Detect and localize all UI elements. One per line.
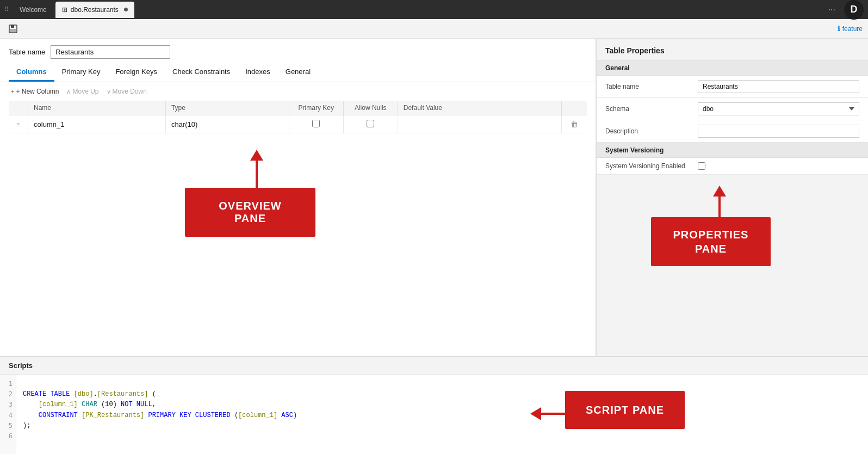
line-num-4: 4 xyxy=(3,410,13,421)
move-up-label: Move Up xyxy=(72,88,98,95)
props-table-name-label: Table name xyxy=(605,83,692,90)
line-num-2: 2 xyxy=(3,389,13,400)
table-name-label: Table name xyxy=(9,48,45,56)
overview-arrow-head xyxy=(250,150,263,161)
tab-general[interactable]: General xyxy=(278,63,318,82)
col-header-primary-key: Primary Key xyxy=(289,101,343,115)
row-type-cell[interactable]: char(10) xyxy=(165,115,289,133)
save-button[interactable] xyxy=(5,21,21,36)
properties-annotation-box: PROPERTIES PANE xyxy=(651,217,771,266)
line-num-3: 3 xyxy=(3,400,13,410)
props-table-name-input[interactable] xyxy=(698,80,859,93)
table-name-input[interactable] xyxy=(51,45,170,59)
col-header-name: Name xyxy=(28,101,166,115)
toolbar-row: ℹ feature xyxy=(0,19,868,39)
props-schema-label: Schema xyxy=(605,105,692,113)
overview-annotation-area: OVERVIEW PANE xyxy=(0,133,596,356)
properties-annotation-label: PROPERTIES PANE xyxy=(673,228,749,256)
row-default-value-cell[interactable] xyxy=(398,115,561,133)
user-avatar[interactable]: D xyxy=(844,0,864,20)
svg-rect-1 xyxy=(11,25,14,28)
chevron-up-icon: ∧ xyxy=(66,88,71,95)
col-header-allow-nulls: Allow Nulls xyxy=(343,101,398,115)
row-drag-handle[interactable]: ≡ xyxy=(14,121,22,128)
move-up-button[interactable]: ∧ Move Up xyxy=(64,87,101,96)
col-header-actions xyxy=(562,101,587,115)
delete-row-button[interactable]: 🗑 xyxy=(567,119,581,130)
tab-primary-key[interactable]: Primary Key xyxy=(54,63,108,82)
overview-pane: Table name Columns Primary Key Foreign K… xyxy=(0,39,596,356)
props-description-label: Description xyxy=(605,127,692,135)
tab-foreign-keys[interactable]: Foreign Keys xyxy=(108,63,165,82)
row-allow-nulls-cell[interactable] xyxy=(343,115,398,133)
tab-welcome-label: Welcome xyxy=(20,6,47,14)
props-system-versioning-label: System Versioning Enabled xyxy=(605,162,692,170)
allow-nulls-checkbox[interactable] xyxy=(367,120,374,127)
scripts-body: 1 2 3 4 5 6 CREATE TABLE [dbo].[Restaura… xyxy=(0,375,868,454)
script-annotation-label: SCRIPT PANE xyxy=(586,404,664,416)
props-description-row: Description xyxy=(597,120,868,143)
tab-check-constraints[interactable]: Check Constraints xyxy=(165,63,238,82)
columns-table-container: Name Type Primary Key Allow Nulls Defaul… xyxy=(0,101,596,133)
scripts-header: Scripts xyxy=(0,357,868,375)
properties-pane: Table Properties General Table name Sche… xyxy=(596,39,868,356)
script-annotation-box: SCRIPT PANE xyxy=(565,391,685,429)
props-general-section: General xyxy=(597,60,868,76)
props-description-input[interactable] xyxy=(698,125,859,138)
line-numbers: 1 2 3 4 5 6 xyxy=(0,375,16,454)
properties-annotation-area: PROPERTIES PANE xyxy=(597,175,868,356)
props-system-versioning-section: System Versioning xyxy=(597,143,868,158)
move-down-button[interactable]: ∨ Move Down xyxy=(104,87,149,96)
more-options-button[interactable]: ··· xyxy=(826,3,838,17)
line-num-6: 6 xyxy=(3,431,13,441)
primary-key-checkbox[interactable] xyxy=(312,120,320,127)
chevron-down-icon: ∨ xyxy=(107,88,111,95)
line-num-1: 1 xyxy=(3,379,13,389)
col-header-type: Type xyxy=(165,101,289,115)
tab-bar-right: ··· D xyxy=(826,0,864,20)
row-name-cell[interactable]: column_1 xyxy=(28,115,166,133)
props-table-name-row: Table name xyxy=(597,76,868,98)
overview-annotation-box: OVERVIEW PANE xyxy=(185,188,315,237)
script-annotation-area: SCRIPT PANE xyxy=(449,375,868,454)
table-name-row: Table name xyxy=(0,39,596,63)
main-area: Table name Columns Primary Key Foreign K… xyxy=(0,39,868,356)
new-column-button[interactable]: + + New Column xyxy=(9,87,61,96)
script-arrow-head xyxy=(530,407,541,420)
drag-handle-icon: ⠿ xyxy=(4,6,9,13)
editor-tabs-row: Columns Primary Key Foreign Keys Check C… xyxy=(0,63,596,82)
scripts-pane: Scripts 1 2 3 4 5 6 CREATE TABLE [dbo].[… xyxy=(0,356,868,454)
line-num-5: 5 xyxy=(3,421,13,431)
action-bar: + + New Column ∧ Move Up ∨ Move Down xyxy=(0,82,596,101)
props-schema-select[interactable]: dbo guest xyxy=(698,102,859,115)
row-primary-key-cell[interactable] xyxy=(289,115,343,133)
system-versioning-checkbox[interactable] xyxy=(698,162,705,170)
feature-label: feature xyxy=(842,25,863,33)
svg-rect-2 xyxy=(10,29,16,32)
code-content[interactable]: CREATE TABLE [dbo].[Restaurants] ( [colu… xyxy=(16,375,449,454)
props-system-versioning-row: System Versioning Enabled xyxy=(597,158,868,175)
move-down-label: Move Down xyxy=(113,88,147,95)
tab-dbo-restaurants-label: dbo.Restaurants xyxy=(71,6,119,14)
unsaved-dot xyxy=(124,8,128,11)
properties-title: Table Properties xyxy=(597,39,868,60)
new-column-label: + New Column xyxy=(16,88,59,95)
overview-annotation-label: OVERVIEW PANE xyxy=(201,200,299,225)
feature-link[interactable]: ℹ feature xyxy=(838,24,863,33)
tab-columns[interactable]: Columns xyxy=(9,63,54,82)
tab-indexes[interactable]: Indexes xyxy=(238,63,278,82)
columns-table: Name Type Primary Key Allow Nulls Defaul… xyxy=(9,101,587,133)
col-header-default-value: Default Value xyxy=(398,101,561,115)
props-schema-row: Schema dbo guest xyxy=(597,98,868,120)
table-icon: ⊞ xyxy=(62,6,67,14)
tab-bar: ⠿ Welcome ⊞ dbo.Restaurants ··· D xyxy=(0,0,868,19)
table-row: ≡ column_1 char(10) 🗑 xyxy=(9,115,587,133)
col-header-drag xyxy=(9,101,28,115)
plus-icon: + xyxy=(11,88,14,95)
properties-arrow-head xyxy=(713,186,726,197)
overview-arrow xyxy=(250,150,263,193)
tab-dbo-restaurants[interactable]: ⊞ dbo.Restaurants xyxy=(55,2,134,18)
tab-welcome[interactable]: Welcome xyxy=(13,2,53,18)
